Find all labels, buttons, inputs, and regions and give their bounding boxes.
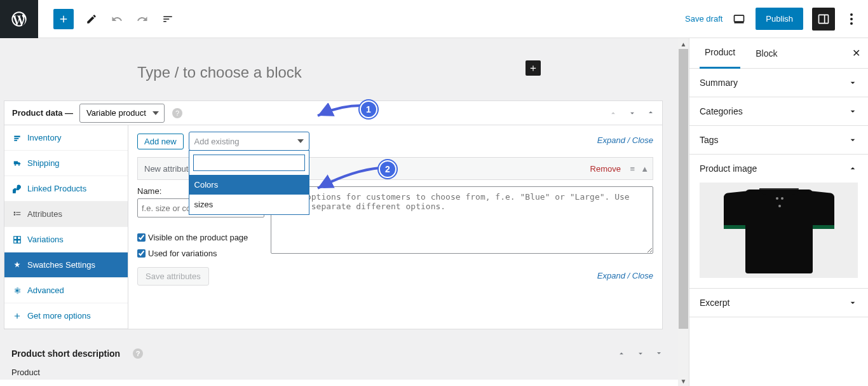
svg-point-6: [850, 22, 853, 25]
svg-rect-19: [18, 240, 21, 243]
panel-excerpt[interactable]: Excerpt: [689, 289, 868, 317]
tab-shipping[interactable]: Shipping: [4, 151, 128, 176]
sidebar-tabs: Product Block ✕: [689, 38, 868, 69]
arrow-1: [314, 103, 365, 120]
publish-button[interactable]: Publish: [756, 8, 803, 30]
add-existing-wrap: Add existing Colors sizes: [189, 132, 309, 151]
panel-categories[interactable]: Categories: [689, 97, 868, 126]
visible-checkbox-row: Visible on the product page: [137, 233, 264, 242]
polo-shirt-image: [724, 186, 834, 275]
block-placeholder-text: Type / to choose a block: [137, 64, 302, 81]
close-sidebar-icon[interactable]: ✕: [852, 47, 860, 59]
redo-icon[interactable]: [135, 11, 150, 27]
expand-close-link[interactable]: Expand / Close: [597, 135, 653, 145]
add-existing-dropdown: Colors sizes: [189, 150, 309, 215]
tab-get-more-options[interactable]: Get more options: [4, 303, 128, 329]
svg-point-10: [15, 164, 16, 165]
chevron-down-icon[interactable]: [628, 109, 637, 118]
dropdown-option-colors[interactable]: Colors: [189, 175, 309, 195]
toolbar-right: Save draft Publish: [685, 8, 868, 31]
svg-point-11: [18, 164, 20, 165]
scroll-down-arrow[interactable]: ▼: [679, 376, 688, 386]
wordpress-logo[interactable]: [0, 0, 38, 38]
document-outline-icon[interactable]: [160, 11, 175, 27]
new-attribute-label: New attribute: [144, 164, 193, 174]
editor-topbar: Save draft Publish: [0, 0, 868, 38]
svg-rect-14: [14, 214, 15, 215]
settings-panel-toggle[interactable]: [812, 8, 835, 31]
svg-rect-17: [18, 236, 21, 239]
more-menu-icon[interactable]: [844, 13, 859, 25]
panel-product-image-header[interactable]: Product image: [689, 155, 868, 183]
product-type-select[interactable]: Variable product: [79, 104, 165, 123]
svg-rect-0: [735, 15, 744, 22]
scroll-up-arrow[interactable]: ▲: [679, 39, 688, 49]
chevron-down-icon: [848, 78, 858, 88]
product-data-body: Inventory Shipping Linked Products Attri…: [4, 125, 662, 329]
save-attributes-button: Save attributes: [137, 267, 209, 286]
svg-rect-2: [819, 15, 829, 23]
editor-scrollbar[interactable]: ▲ ▼: [678, 38, 689, 386]
collapse-down-icon[interactable]: [655, 349, 663, 358]
arrow-2: [314, 164, 384, 192]
chevron-down-icon: [848, 106, 858, 116]
inline-add-block-button[interactable]: ＋: [526, 60, 541, 76]
collapse-attribute-icon[interactable]: ▲: [641, 164, 649, 174]
add-block-button[interactable]: [53, 9, 74, 29]
main-layout: Type / to choose a block ＋ Product data …: [0, 38, 868, 386]
save-draft-button[interactable]: Save draft: [685, 14, 722, 24]
svg-rect-15: [16, 214, 20, 215]
chevron-up-icon[interactable]: [609, 109, 618, 118]
swatches-icon: [12, 260, 22, 270]
toolbar-left: [38, 9, 175, 29]
chevron-up-icon[interactable]: [617, 349, 626, 358]
tab-inventory[interactable]: Inventory: [4, 125, 128, 151]
short-description-title: Product short description: [11, 348, 120, 359]
plus-icon: [12, 311, 22, 321]
help-icon[interactable]: ?: [133, 348, 143, 359]
add-new-attribute-button[interactable]: Add new: [137, 134, 184, 149]
attribute-values-textarea[interactable]: [271, 186, 653, 254]
product-data-metabox: Product data — Variable product ? Invent…: [4, 100, 663, 329]
svg-rect-7: [14, 135, 20, 137]
pencil-icon[interactable]: [84, 11, 99, 27]
svg-rect-16: [14, 236, 17, 239]
chevron-down-icon: [848, 298, 858, 308]
variations-checkbox[interactable]: [137, 249, 146, 258]
expand-close-link-bottom[interactable]: Expand / Close: [597, 271, 653, 280]
tab-variations[interactable]: Variations: [4, 227, 128, 252]
scroll-thumb[interactable]: [679, 49, 688, 329]
svg-rect-8: [14, 138, 18, 139]
visible-checkbox[interactable]: [137, 233, 146, 242]
undo-icon[interactable]: [109, 11, 125, 27]
svg-rect-9: [14, 139, 17, 141]
add-existing-select[interactable]: Add existing: [189, 132, 309, 151]
collapse-up-icon[interactable]: [647, 109, 654, 118]
tab-attributes[interactable]: Attributes: [4, 202, 128, 227]
remove-attribute-link[interactable]: Remove: [590, 164, 621, 174]
dropdown-option-sizes[interactable]: sizes: [189, 195, 309, 214]
tab-advanced[interactable]: Advanced: [4, 278, 128, 303]
tab-swatches-settings[interactable]: Swatches Settings: [4, 252, 128, 278]
sidebar-tab-block[interactable]: Block: [750, 38, 782, 69]
product-data-title: Product data —: [12, 108, 73, 118]
variations-checkbox-label: Used for variations: [148, 249, 217, 258]
product-image-thumbnail[interactable]: [700, 183, 858, 278]
short-description-header: Product short description ?: [11, 342, 663, 365]
dropdown-search-input[interactable]: [193, 155, 305, 171]
link-icon: [12, 184, 22, 194]
chevron-down-icon[interactable]: [636, 349, 645, 358]
tab-linked-products[interactable]: Linked Products: [4, 176, 128, 202]
block-inserter-placeholder[interactable]: Type / to choose a block ＋: [0, 62, 678, 100]
inventory-icon: [12, 133, 22, 143]
callout-2: 2: [379, 160, 397, 178]
panel-summary[interactable]: Summary: [689, 69, 868, 97]
drag-handle-icon[interactable]: ≡: [630, 164, 635, 174]
help-icon[interactable]: ?: [172, 108, 182, 118]
sidebar-tab-product[interactable]: Product: [700, 38, 740, 69]
svg-rect-13: [16, 212, 20, 212]
save-attributes-row: Save attributes Expand / Close: [137, 267, 653, 286]
preview-icon[interactable]: [731, 11, 747, 27]
panel-tags[interactable]: Tags: [689, 126, 868, 155]
svg-rect-18: [14, 240, 17, 243]
